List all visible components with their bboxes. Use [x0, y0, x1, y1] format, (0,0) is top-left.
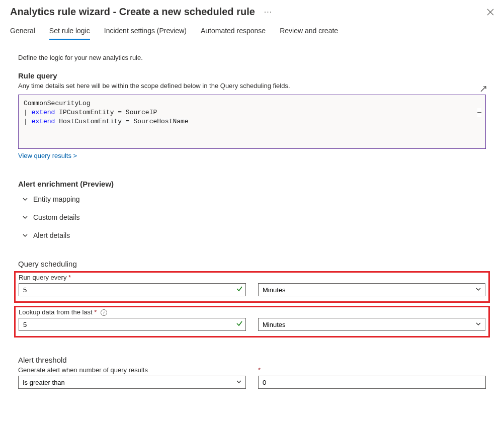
chevron-down-icon — [22, 214, 28, 220]
lookup-data-unit-select[interactable]: Minutes — [258, 318, 485, 331]
tab-automated-response[interactable]: Automated response — [201, 27, 266, 40]
tab-incident-settings[interactable]: Incident settings (Preview) — [104, 27, 187, 40]
lookup-data-label: Lookup data from the last * i — [19, 308, 485, 316]
query-editor[interactable]: —CommonSecurityLog | extend IPCustomEnti… — [18, 95, 486, 149]
required-marker: * — [68, 274, 71, 281]
alert-enrichment-heading: Alert enrichment (Preview) — [18, 180, 486, 188]
alert-details-toggle[interactable]: Alert details — [18, 226, 486, 244]
view-query-results-link[interactable]: View query results > — [18, 152, 77, 159]
alert-details-label: Alert details — [33, 231, 70, 239]
required-marker: * — [258, 366, 486, 374]
rule-query-desc: Any time details set here will be within… — [18, 82, 486, 90]
close-button[interactable] — [486, 7, 495, 18]
alert-threshold-label: Generate alert when number of query resu… — [18, 366, 246, 374]
query-line-1: CommonSecurityLog — [24, 100, 91, 107]
expand-icon — [480, 86, 487, 93]
entity-mapping-label: Entity mapping — [33, 195, 80, 203]
wizard-body: Define the logic for your new analytics … — [0, 40, 504, 394]
rule-query-heading: Rule query — [18, 71, 486, 80]
run-query-every-label: Run query every * — [19, 274, 485, 281]
expand-query-button[interactable] — [480, 86, 487, 94]
header: Analytics rule wizard - Create a new sch… — [0, 0, 504, 18]
run-query-every-value-input[interactable] — [19, 283, 246, 296]
query-line-2: | extend IPCustomEntity = SourceIP — [24, 109, 157, 116]
tab-review-create[interactable]: Review and create — [280, 27, 338, 40]
wizard-panel: Analytics rule wizard - Create a new sch… — [0, 0, 504, 421]
close-icon — [487, 9, 494, 16]
chevron-down-icon — [22, 232, 28, 238]
tab-set-rule-logic[interactable]: Set rule logic — [49, 27, 90, 40]
query-scheduling-heading: Query scheduling — [18, 260, 486, 268]
alert-threshold-value-input[interactable] — [258, 376, 486, 389]
more-actions-button[interactable]: ··· — [264, 8, 272, 17]
alert-threshold-heading: Alert threshold — [18, 356, 486, 364]
chevron-down-icon — [22, 196, 28, 202]
custom-details-label: Custom details — [33, 213, 80, 221]
tab-general[interactable]: General — [10, 27, 35, 40]
run-query-every-unit-select[interactable]: Minutes — [258, 283, 485, 296]
query-area: —CommonSecurityLog | extend IPCustomEnti… — [18, 95, 486, 159]
svg-line-2 — [481, 87, 486, 92]
page-title: Analytics rule wizard - Create a new sch… — [10, 6, 255, 18]
run-query-every-group: Run query every * Minutes — [14, 271, 490, 303]
required-marker: * — [94, 308, 97, 316]
intro-text: Define the logic for your new analytics … — [18, 54, 486, 61]
alert-enrichment-section: Alert enrichment (Preview) Entity mappin… — [18, 180, 486, 244]
custom-details-toggle[interactable]: Custom details — [18, 208, 486, 226]
lookup-data-group: Lookup data from the last * i Minutes — [14, 306, 490, 338]
alert-threshold-section: Alert threshold Generate alert when numb… — [18, 356, 486, 389]
lookup-data-value-input[interactable] — [19, 318, 246, 331]
entity-mapping-toggle[interactable]: Entity mapping — [18, 190, 486, 208]
info-icon[interactable]: i — [101, 309, 107, 316]
query-line-3: | extend HostCustomEntity = SourceHostNa… — [24, 118, 189, 125]
alert-threshold-operator-select[interactable]: Is greater than — [18, 376, 246, 389]
query-scheduling-section: Query scheduling Run query every * Minut… — [18, 260, 486, 338]
tabs: General Set rule logic Incident settings… — [0, 18, 504, 40]
code-collapse-marker[interactable]: — — [477, 108, 481, 117]
